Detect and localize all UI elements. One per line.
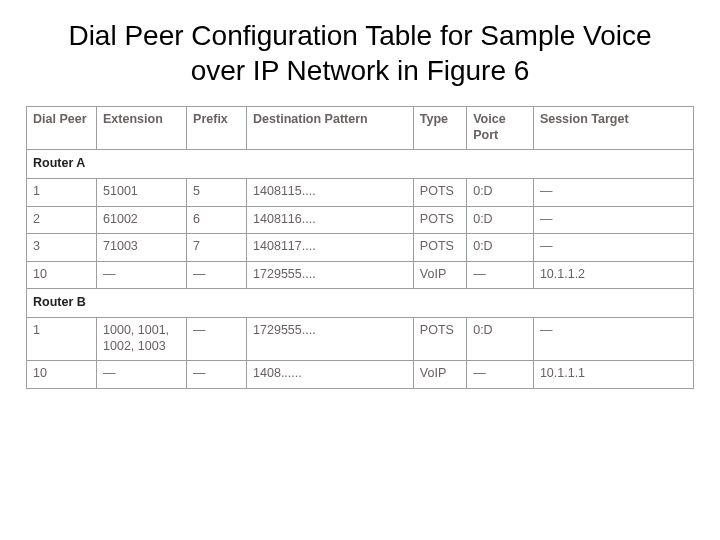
dial-peer-table: Dial Peer Extension Prefix Destination P… — [26, 106, 694, 389]
cell-prefix: 7 — [187, 234, 247, 262]
cell-dial-peer: 1 — [27, 178, 97, 206]
cell-dial-peer: 1 — [27, 318, 97, 361]
cell-dest-pattern: 1408...... — [247, 361, 414, 389]
cell-extension: 1000, 1001, 1002, 1003 — [97, 318, 187, 361]
cell-voice-port: — — [467, 361, 534, 389]
table-row: 3 71003 7 1408117.... POTS 0:D — — [27, 234, 694, 262]
cell-dial-peer: 2 — [27, 206, 97, 234]
cell-session-target: — — [533, 318, 693, 361]
cell-dial-peer: 3 — [27, 234, 97, 262]
cell-prefix: 6 — [187, 206, 247, 234]
table-header: Dial Peer Extension Prefix Destination P… — [27, 107, 694, 150]
cell-type: VoIP — [413, 261, 466, 289]
table-row: 1 51001 5 1408115.... POTS 0:D — — [27, 178, 694, 206]
section-label: Router B — [27, 289, 694, 318]
section-label: Router A — [27, 150, 694, 179]
cell-type: VoIP — [413, 361, 466, 389]
cell-type: POTS — [413, 178, 466, 206]
cell-session-target: — — [533, 234, 693, 262]
col-voice-port: Voice Port — [467, 107, 534, 150]
cell-type: POTS — [413, 206, 466, 234]
cell-session-target: 10.1.1.2 — [533, 261, 693, 289]
page-title: Dial Peer Configuration Table for Sample… — [40, 18, 680, 88]
cell-type: POTS — [413, 318, 466, 361]
cell-extension: — — [97, 261, 187, 289]
cell-prefix: 5 — [187, 178, 247, 206]
col-prefix: Prefix — [187, 107, 247, 150]
cell-voice-port: 0:D — [467, 206, 534, 234]
cell-dest-pattern: 1408117.... — [247, 234, 414, 262]
cell-session-target: — — [533, 206, 693, 234]
slide: Dial Peer Configuration Table for Sample… — [0, 0, 720, 540]
col-dest-pattern: Destination Pattern — [247, 107, 414, 150]
col-session-target: Session Target — [533, 107, 693, 150]
cell-extension: 51001 — [97, 178, 187, 206]
cell-voice-port: 0:D — [467, 318, 534, 361]
col-dial-peer: Dial Peer — [27, 107, 97, 150]
cell-dial-peer: 10 — [27, 361, 97, 389]
cell-dest-pattern: 1408116.... — [247, 206, 414, 234]
table-row: 10 — — 1408...... VoIP — 10.1.1.1 — [27, 361, 694, 389]
table-container: Dial Peer Extension Prefix Destination P… — [26, 106, 694, 389]
table-row: 2 61002 6 1408116.... POTS 0:D — — [27, 206, 694, 234]
cell-dial-peer: 10 — [27, 261, 97, 289]
col-type: Type — [413, 107, 466, 150]
cell-voice-port: — — [467, 261, 534, 289]
cell-dest-pattern: 1408115.... — [247, 178, 414, 206]
cell-prefix: — — [187, 318, 247, 361]
cell-extension: — — [97, 361, 187, 389]
cell-prefix: — — [187, 261, 247, 289]
cell-voice-port: 0:D — [467, 178, 534, 206]
table-row: 10 — — 1729555.... VoIP — 10.1.1.2 — [27, 261, 694, 289]
table-row: 1 1000, 1001, 1002, 1003 — 1729555.... P… — [27, 318, 694, 361]
cell-dest-pattern: 1729555.... — [247, 318, 414, 361]
col-extension: Extension — [97, 107, 187, 150]
cell-extension: 71003 — [97, 234, 187, 262]
cell-session-target: — — [533, 178, 693, 206]
section-row: Router B — [27, 289, 694, 318]
cell-dest-pattern: 1729555.... — [247, 261, 414, 289]
cell-type: POTS — [413, 234, 466, 262]
cell-voice-port: 0:D — [467, 234, 534, 262]
section-row: Router A — [27, 150, 694, 179]
cell-session-target: 10.1.1.1 — [533, 361, 693, 389]
cell-extension: 61002 — [97, 206, 187, 234]
cell-prefix: — — [187, 361, 247, 389]
